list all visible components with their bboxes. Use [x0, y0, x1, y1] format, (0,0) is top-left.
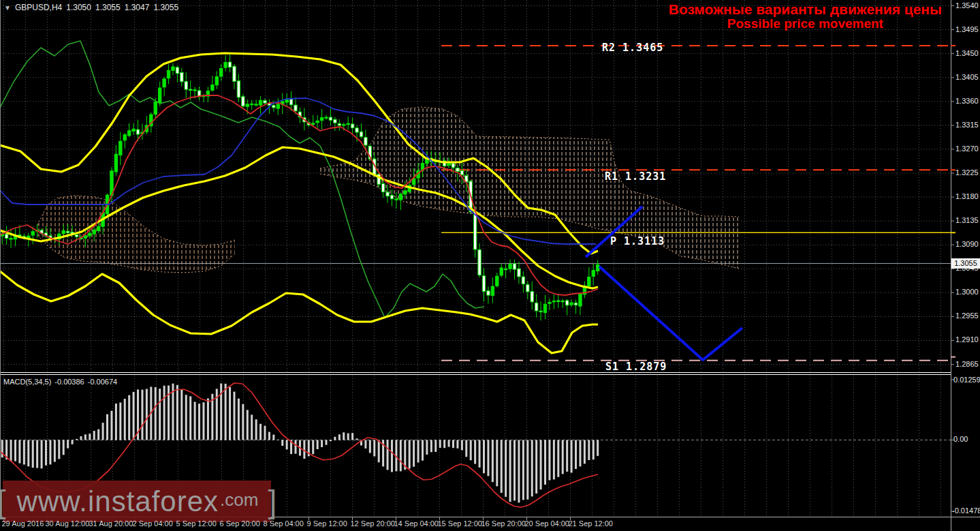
watermark-tld: .com — [220, 483, 258, 522]
price-axis-tick-label: 1.3360 — [955, 97, 979, 105]
price-axis-tick-label: 1.3180 — [955, 192, 979, 200]
price-axis-tick-label: 1.2865 — [955, 360, 979, 368]
quote-high: 1.3055 — [95, 3, 121, 12]
price-axis-tick-label: 1.2910 — [955, 335, 979, 344]
time-axis-tick-label: 16 Sep 20:00 — [481, 519, 526, 528]
instaforex-watermark: [ www.instaforex .com ] — [3, 481, 271, 522]
chart-plot-area[interactable] — [0, 0, 980, 531]
price-axis-tick-label: 1.3405 — [955, 73, 979, 81]
watermark-close-bracket: ] — [268, 483, 276, 521]
time-axis-tick-label: 8 Sep 04:00 — [264, 519, 304, 528]
time-axis-tick-label: 21 Sep 12:00 — [569, 519, 613, 528]
price-axis-tick-label: 1.3270 — [955, 145, 979, 153]
quote-open: 1.3050 — [66, 3, 91, 12]
time-axis-tick-label: 9 Sep 12:00 — [307, 519, 347, 528]
time-axis-tick-label: 14 Sep 04:00 — [394, 519, 439, 528]
time-axis-tick-label: 30 Aug 12:00 — [46, 519, 90, 528]
quote-info-bar: ▼GBPUSD,H41.30501.30551.30471.3055 — [4, 3, 183, 12]
pivot-label-r1: R1 1.3231 — [605, 170, 666, 183]
macd-indicator-label: MACD(5,34,5)-0.00386-0.00674 — [3, 378, 121, 386]
time-axis-tick-label: 6 Sep 20:00 — [220, 519, 260, 528]
annotation-line-ru: Возможные варианты движения цены — [669, 2, 942, 16]
time-axis-tick-label: 20 Sep 04:00 — [525, 519, 569, 528]
quote-close: 1.3055 — [153, 3, 178, 12]
price-axis-tick-label: 1.3225 — [955, 168, 979, 177]
price-axis-tick-label: 1.3135 — [955, 216, 979, 224]
time-axis-tick-label: 5 Sep 12:00 — [176, 519, 217, 528]
current-price-tag: 1.3055 — [951, 258, 980, 269]
pivot-label-s1: S1 1.2879 — [605, 361, 667, 373]
price-axis-tick-label: 1.3450 — [955, 49, 979, 57]
macd-axis-zero: 0.00 — [953, 435, 968, 443]
pivot-label-r2: R2 1.3465 — [602, 42, 663, 54]
price-axis-tick-label: 1.3090 — [955, 240, 979, 248]
time-axis-tick-label: 2 Sep 04:00 — [133, 519, 173, 528]
collapse-quote-icon[interactable]: ▼ — [4, 4, 11, 12]
time-axis-tick-label: 12 Sep 20:00 — [351, 519, 395, 528]
watermark-open-bracket: [ — [0, 483, 6, 521]
macd-axis-min: -0.01478 — [952, 506, 980, 515]
macd-name: MACD(5,34,5) — [3, 378, 51, 386]
pivot-label-p: P 1.3113 — [610, 235, 665, 247]
time-axis-tick-label: 31 Aug 20:00 — [89, 519, 133, 528]
time-axis-tick-label: 29 Aug 2016 — [2, 519, 44, 528]
quote-low: 1.3047 — [125, 3, 150, 12]
macd-axis-max: 0.01259 — [953, 376, 980, 384]
watermark-domain: www.instaforex — [17, 483, 219, 521]
macd-value-1: -0.00386 — [54, 378, 84, 386]
price-axis-tick-label: 1.3000 — [955, 288, 979, 296]
time-axis-tick-label: 15 Sep 12:00 — [438, 519, 482, 528]
price-axis-tick-label: 1.3540 — [955, 1, 979, 10]
price-axis-tick-label: 1.2955 — [955, 312, 979, 320]
annotation-line-en: Possible price movement — [669, 16, 942, 31]
price-axis-tick-label: 1.3315 — [955, 121, 979, 129]
price-movement-annotation: Возможные варианты движения цены Possibl… — [669, 2, 942, 31]
macd-value-2: -0.00674 — [88, 378, 117, 386]
price-axis-tick-label: 1.3495 — [955, 25, 979, 33]
symbol-period: GBPUSD,H4 — [15, 3, 62, 12]
mt4-chart-window: ▼GBPUSD,H41.30501.30551.30471.3055 Возмо… — [0, 0, 980, 531]
